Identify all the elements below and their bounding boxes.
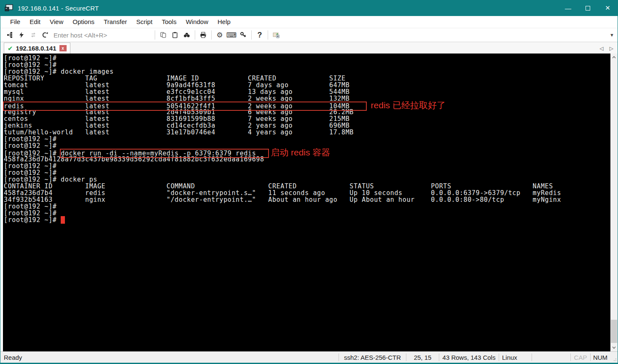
title-bar: 192.168.0.141 - SecureCRT — ✕ xyxy=(0,0,618,16)
help-icon: ? xyxy=(258,31,262,40)
menu-help[interactable]: Help xyxy=(213,16,235,28)
toolbar-separator xyxy=(195,30,195,40)
key-generator-button[interactable] xyxy=(237,29,249,40)
terminal-line: 458fa236d7b4 redis "docker-entrypoint.s…… xyxy=(4,190,610,196)
quick-connect-icon xyxy=(18,32,25,38)
terminal-text: [root@192 ~]# xyxy=(4,142,61,150)
terminal-text: 34f932b54163 nginx "/docker-entrypoint.…… xyxy=(4,196,561,203)
session-tab-label: 192.168.0.141 xyxy=(16,45,56,52)
terminal-text: [root@192 ~]# xyxy=(4,216,61,224)
window-title: 192.168.0.141 - SecureCRT xyxy=(18,5,99,12)
reconnect-icon xyxy=(30,32,37,38)
disconnect-button[interactable] xyxy=(39,29,51,40)
toolbar: ⚙ ⌨ ? ▼ xyxy=(0,28,618,42)
tab-scroll-right-icon[interactable]: ▷ xyxy=(610,46,613,51)
copy-icon xyxy=(160,32,167,38)
session-snapshot-button[interactable] xyxy=(270,29,282,40)
scrollbar-thumb[interactable] xyxy=(611,320,617,343)
toolbar-overflow-icon[interactable]: ▼ xyxy=(610,32,614,37)
terminal-line: centos latest 831691599b88 7 weeks ago 2… xyxy=(4,115,610,122)
status-os: Linux xyxy=(499,353,532,361)
resize-grip[interactable] xyxy=(610,352,618,363)
status-num-lock: NUM xyxy=(590,353,610,361)
toolbar-separator xyxy=(251,30,252,40)
terminal-line: nginx latest 8cf1bfb43ff5 2 weeks ago 13… xyxy=(4,95,610,102)
minimize-button[interactable]: — xyxy=(558,0,578,16)
reconnect-button[interactable] xyxy=(27,29,39,40)
tab-bar: ✔ 192.168.0.141 x ◁ ▷ xyxy=(0,42,618,54)
copy-button[interactable] xyxy=(157,29,169,40)
terminal-line: tutum/hello-world latest 31e17b0746e4 4 … xyxy=(4,129,610,136)
session-snapshot-icon xyxy=(273,32,280,38)
disconnect-icon xyxy=(42,32,48,38)
keymap-icon: ⌨ xyxy=(226,32,237,39)
terminal-line: [root@192 ~]# docker ps xyxy=(4,176,610,183)
host-input[interactable] xyxy=(54,32,148,39)
maximize-icon xyxy=(586,6,590,11)
terminal-cursor xyxy=(61,216,65,224)
terminal-line: [root@192 ~]# docker images xyxy=(4,68,610,75)
terminal-line: jenkins latest cd14cecfdb3a 2 years ago … xyxy=(4,122,610,129)
menu-file[interactable]: File xyxy=(5,16,25,28)
terminal-line: [root@192 ~]# xyxy=(4,62,610,68)
maximize-button[interactable] xyxy=(578,0,598,16)
paste-button[interactable] xyxy=(169,29,181,40)
terminal-line: CONTAINER ID IMAGE COMMAND CREATED STATU… xyxy=(4,183,610,190)
keymap-button[interactable]: ⌨ xyxy=(226,29,237,40)
status-blank xyxy=(532,353,570,361)
annotation-text: 启动 redis 容器 xyxy=(268,147,330,157)
securecrt-window: 192.168.0.141 - SecureCRT — ✕ FileEditVi… xyxy=(0,0,618,364)
terminal-output[interactable]: [root@192 ~]# [root@192 ~]# [root@192 ~]… xyxy=(3,54,610,351)
menu-edit[interactable]: Edit xyxy=(25,16,45,28)
menu-options[interactable]: Options xyxy=(68,16,99,28)
terminal-line: [root@192 ~]# xyxy=(4,169,610,176)
key-generator-icon xyxy=(240,32,247,38)
terminal-line: [root@192 ~]# docker run -di --name=myRe… xyxy=(4,149,610,156)
terminal-line: [root@192 ~]# xyxy=(4,55,610,62)
print-button[interactable] xyxy=(197,29,209,40)
terminal-line: [root@192 ~]# xyxy=(4,203,610,210)
tab-close-button[interactable]: x xyxy=(59,45,67,51)
tab-scroll-left-icon[interactable]: ◁ xyxy=(600,46,604,51)
menu-script[interactable]: Script xyxy=(132,16,157,28)
options-button[interactable]: ⚙ xyxy=(214,29,226,40)
terminal-line: 34f932b54163 nginx "/docker-entrypoint.…… xyxy=(4,196,610,203)
terminal-line: [root@192 ~]# xyxy=(4,217,610,223)
find-button[interactable] xyxy=(181,29,193,40)
options-gear-icon: ⚙ xyxy=(216,32,223,39)
tab-nav: ◁ ▷ xyxy=(600,46,613,51)
print-icon xyxy=(200,32,207,38)
connected-check-icon: ✔ xyxy=(8,45,13,52)
terminal-scrollbar[interactable] xyxy=(610,54,618,351)
status-cursor-position: 25, 15 xyxy=(406,353,439,361)
session-manager-button[interactable] xyxy=(4,29,16,40)
terminal-line: redis latest 50541622f4f1 2 weeks ago 10… xyxy=(4,102,610,109)
securecrt-app-icon xyxy=(5,4,14,12)
status-encryption: ssh2: AES-256-CTR xyxy=(339,353,406,361)
terminal-area: [root@192 ~]# [root@192 ~]# [root@192 ~]… xyxy=(0,54,618,351)
terminal-line: REPOSITORY TAG IMAGE ID CREATED SIZE xyxy=(4,75,610,82)
scrollbar-up-icon[interactable] xyxy=(610,54,618,61)
toolbar-separator xyxy=(155,30,155,40)
scrollbar-down-icon[interactable] xyxy=(610,344,618,351)
menu-view[interactable]: View xyxy=(45,16,68,28)
menu-transfer[interactable]: Transfer xyxy=(99,16,132,28)
terminal-text: nginx latest 8cf1bfb43ff5 2 weeks ago 13… xyxy=(4,95,349,102)
terminal-line: [root@192 ~]# xyxy=(4,210,610,217)
toolbar-separator xyxy=(211,30,212,40)
terminal-line: tomcat latest 9a9ad4f631f8 7 days ago 64… xyxy=(4,82,610,88)
session-manager-icon xyxy=(6,32,13,38)
terminal-line: mysql latest e3fcc9e1cc04 13 days ago 54… xyxy=(4,88,610,95)
session-tab[interactable]: ✔ 192.168.0.141 x xyxy=(4,43,70,54)
find-icon xyxy=(183,32,190,38)
status-ready: Ready xyxy=(0,353,339,361)
menu-tools[interactable]: Tools xyxy=(157,16,181,28)
close-button[interactable]: ✕ xyxy=(598,0,618,16)
menu-window[interactable]: Window xyxy=(181,16,213,28)
status-bar: Ready ssh2: AES-256-CTR 25, 15 43 Rows, … xyxy=(0,351,618,364)
help-button[interactable]: ? xyxy=(254,29,266,40)
quick-connect-button[interactable] xyxy=(16,29,27,40)
status-caps-lock: CAP xyxy=(570,353,590,361)
window-controls: — ✕ xyxy=(558,0,618,16)
menu-bar: FileEditViewOptionsTransferScriptToolsWi… xyxy=(0,16,618,28)
